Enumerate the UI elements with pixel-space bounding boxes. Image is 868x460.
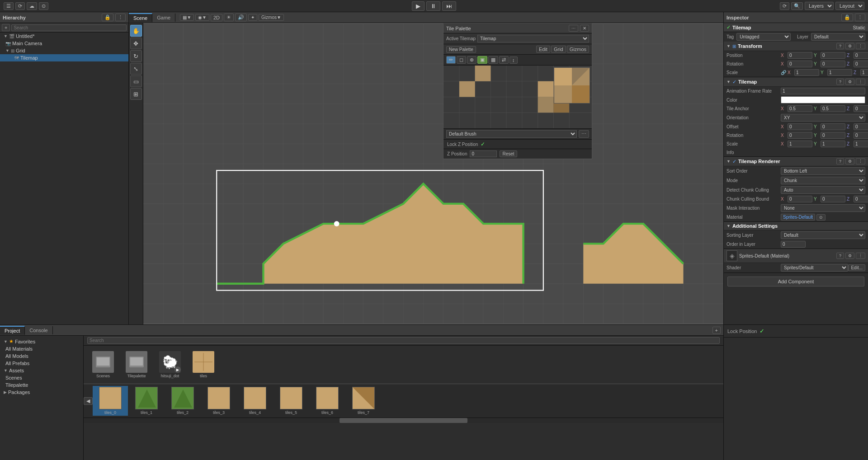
asset-tiles[interactable]: tiles (188, 349, 219, 380)
cloud-button[interactable]: ☁ (27, 2, 37, 10)
pos-x-input[interactable] (788, 52, 812, 59)
tile-palette-settings[interactable]: ⋯ (569, 25, 578, 32)
anchor-y-input[interactable] (821, 105, 845, 112)
palette-pencil-btn[interactable]: ✏ (446, 56, 456, 64)
layout-dropdown[interactable]: Layout (835, 2, 864, 10)
rot-x-input[interactable] (788, 61, 812, 67)
material-select-btn[interactable]: ⊙ (816, 214, 826, 221)
scale2-x-input[interactable] (788, 141, 812, 147)
scene-2d-btn[interactable]: 2D (211, 14, 222, 21)
palette-mirror-h-btn[interactable]: ⇄ (499, 56, 509, 64)
rot2-y-input[interactable] (821, 132, 845, 139)
lock-position-checkbox[interactable]: ✓ (760, 328, 764, 334)
renderer-settings-btn[interactable]: ⚙ (845, 158, 854, 164)
sidebar-scenes[interactable]: Scenes (0, 374, 83, 381)
palette-picker-btn[interactable]: ⊕ (467, 56, 476, 64)
color-picker[interactable] (781, 96, 865, 103)
tool-transform[interactable]: ⊞ (130, 88, 142, 100)
transform-header[interactable]: ▼ ⊞ Transform ? ⚙ ⋮ (724, 42, 868, 51)
sidebar-tilepalette[interactable]: Tilepalette (0, 381, 83, 389)
scene-display-btn[interactable]: ▦▼ (180, 14, 194, 21)
tool-scale[interactable]: ⤡ (130, 63, 142, 75)
hierarchy-add-button[interactable]: + (2, 24, 10, 31)
tile-strip-item-0[interactable]: tiles_0 (93, 386, 128, 416)
lock-z-checkbox[interactable]: ✓ (481, 141, 485, 147)
tree-item-grid[interactable]: ▼ ⊞ Grid (0, 47, 128, 54)
scrollbar-thumb[interactable] (340, 418, 467, 423)
sort-order-select[interactable]: Bottom Left (781, 167, 865, 175)
scale-y-input[interactable] (827, 69, 852, 76)
tab-scene[interactable]: Scene (129, 13, 152, 22)
hierarchy-search[interactable] (11, 24, 127, 31)
sidebar-assets[interactable]: ▼ Assets (0, 367, 83, 374)
tree-item-camera[interactable]: 📷 Main Camera (0, 40, 128, 47)
undo-button[interactable]: ⟳ (15, 2, 25, 10)
tile-strip-prev[interactable]: ◀ (84, 397, 93, 405)
transform-settings-btn[interactable]: ⚙ (845, 43, 854, 49)
scene-viewport[interactable] (143, 23, 723, 324)
transform-menu-btn[interactable]: ⋮ (856, 43, 865, 49)
palette-gizmos-btn[interactable]: Gizmos (567, 46, 589, 53)
tool-rotate[interactable]: ↻ (130, 50, 142, 62)
add-component-button[interactable]: Add Component (727, 277, 864, 286)
tilemap-menu-btn[interactable]: ⋮ (856, 79, 865, 85)
shader-edit-btn[interactable]: Edit... (848, 264, 865, 271)
tool-move[interactable]: ✥ (130, 38, 142, 49)
cull-x-input[interactable] (788, 196, 812, 202)
tilemap-renderer-header[interactable]: ▼ ✓ Tilemap Renderer ? ⚙ ⋮ (724, 157, 868, 166)
tile-strip-item-2[interactable]: tiles_2 (165, 386, 200, 416)
tile-strip-item-6[interactable]: tiles_6 (310, 386, 345, 416)
rot-y-input[interactable] (821, 61, 845, 67)
rot-z-input[interactable] (854, 61, 868, 67)
play-button[interactable]: ▶ (412, 1, 425, 11)
sprites-settings-btn[interactable]: ⚙ (845, 253, 854, 259)
asset-tilepalette[interactable]: Tilepalette (121, 349, 152, 380)
palette-new-btn[interactable]: New Palette (446, 46, 476, 53)
sorting-layer-select[interactable]: Default (781, 231, 865, 239)
menu-button[interactable]: ☰ (4, 2, 14, 10)
orientation-select[interactable]: XY (781, 114, 865, 122)
scale2-y-input[interactable] (821, 141, 845, 147)
renderer-check[interactable]: ✓ (732, 159, 736, 164)
mask-interaction-select[interactable]: None (781, 204, 865, 212)
material-ref[interactable]: Sprites-Default (781, 214, 815, 221)
detect-culling-select[interactable]: Auto (781, 186, 865, 194)
tilemap-settings-btn[interactable]: ⚙ (845, 79, 854, 85)
z-position-input[interactable] (470, 150, 497, 157)
cull-z-input[interactable] (854, 196, 868, 202)
tag-select[interactable]: Untagged (736, 33, 791, 41)
palette-grid-btn[interactable]: Grid (551, 46, 566, 53)
scale-z-input[interactable] (860, 69, 868, 76)
scene-gizmos-btn[interactable]: Gizmos▼ (259, 14, 284, 21)
project-scrollbar[interactable] (84, 418, 723, 423)
anchor-x-input[interactable] (788, 105, 812, 112)
transform-help-btn[interactable]: ? (836, 43, 844, 49)
tool-hand[interactable]: ✋ (130, 25, 142, 37)
pause-button[interactable]: ⏸ (426, 1, 440, 11)
pos-z-input[interactable] (854, 52, 868, 59)
pos-y-input[interactable] (821, 52, 845, 59)
renderer-help-btn[interactable]: ? (836, 158, 844, 164)
hierarchy-menu-button[interactable]: ⋮ (115, 14, 126, 21)
scene-shading-btn[interactable]: ◉▼ (195, 14, 209, 21)
tile-palette-header[interactable]: Tile Palette ⋯ ✕ (443, 23, 592, 33)
tree-item-untitled[interactable]: ▼ 🎬 Untitled* (0, 33, 128, 40)
rot2-z-input[interactable] (854, 132, 868, 139)
project-add-btn[interactable]: + (712, 327, 721, 334)
tile-palette-close[interactable]: ✕ (580, 25, 589, 32)
tab-console[interactable]: Console (25, 326, 52, 334)
collab-button[interactable]: ⊙ (39, 2, 48, 10)
tile-strip-item-1[interactable]: tiles_1 (129, 386, 164, 416)
renderer-menu-btn[interactable]: ⋮ (856, 158, 865, 164)
layers-dropdown[interactable]: Layers (805, 2, 834, 10)
scale2-z-input[interactable] (854, 141, 868, 147)
tile-strip-item-4[interactable]: tiles_4 (237, 386, 273, 416)
palette-edit-btn[interactable]: Edit (536, 46, 550, 53)
sidebar-favorites[interactable]: ▼ ★ Favorites (0, 338, 83, 345)
sidebar-all-materials[interactable]: All Materials (0, 345, 83, 352)
scene-audio-btn[interactable]: 🔊 (235, 14, 247, 21)
tile-strip-item-3[interactable]: tiles_3 (201, 386, 236, 416)
step-button[interactable]: ⏭ (442, 1, 456, 11)
tile-strip-item-5[interactable]: tiles_5 (274, 386, 309, 416)
asset-scenes[interactable]: Scenes (87, 349, 119, 380)
